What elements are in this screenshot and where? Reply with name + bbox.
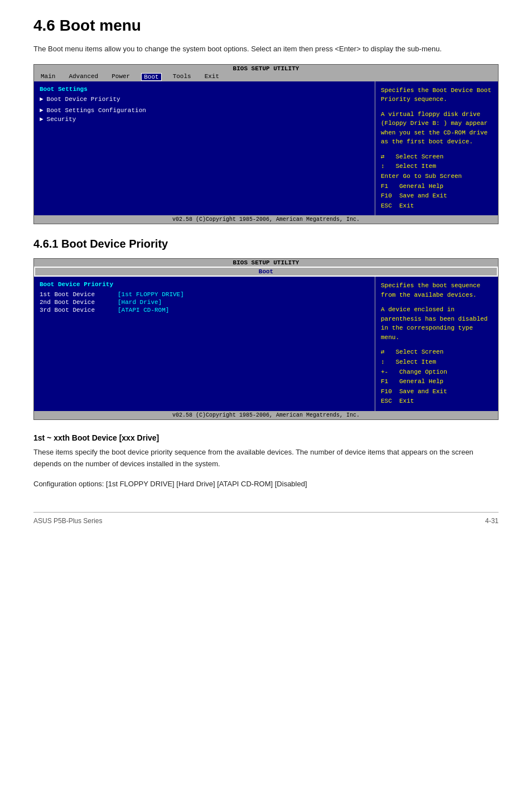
bios-help-text-1b: A virtual floppy disk drive (Floppy Driv…	[381, 110, 492, 147]
bios-section-header-1: Boot Settings	[40, 86, 369, 93]
bios-section-header-2: Boot Device Priority	[40, 281, 369, 288]
bios-menu-item-boot-device-priority[interactable]: ► Boot Device Priority	[40, 96, 369, 103]
menu-label-boot-device-priority: Boot Device Priority	[47, 96, 120, 103]
device-label-2: 2nd Boot Device	[40, 299, 118, 306]
key-row: ESC Exit	[381, 201, 492, 211]
menu-label-security: Security	[47, 116, 76, 123]
key-row: F1 General Help	[381, 377, 492, 387]
page-footer: ASUS P5B-Plus Series 4-31	[33, 512, 499, 525]
key-row: F10 Save and Exit	[381, 191, 492, 201]
bios-screen-1: BIOS SETUP UTILITY Main Advanced Power B…	[33, 64, 499, 225]
bios-nav-advanced[interactable]: Advanced	[66, 73, 100, 81]
config-options-text: Configuration options: [1st FLOPPY DRIVE…	[33, 479, 499, 490]
key-row: ↕ Select Item	[381, 357, 492, 368]
boot-device-row-3[interactable]: 3rd Boot Device [ATAPI CD-ROM]	[40, 307, 369, 313]
bios-screen-2-nav-label: Boot	[259, 268, 273, 275]
device-value-2: [Hard Drive]	[118, 299, 162, 306]
bios-nav-power[interactable]: Power	[109, 73, 132, 81]
device-value-1: [1st FLOPPY DRIVE]	[118, 291, 184, 298]
bios-help-text-1a: Specifies the Boot Device Boot Priority …	[381, 86, 492, 104]
bios-menu-item-boot-settings-config[interactable]: ► Boot Settings Configuration	[40, 107, 369, 114]
bios-nav-bar-1: Main Advanced Power Boot Tools Exit	[34, 73, 498, 81]
bios-right-panel-2: Specifies the boot sequence from the ava…	[375, 277, 498, 411]
subsection-title-1: 4.6.1 Boot Device Priority	[33, 238, 499, 250]
device-label-3: 3rd Boot Device	[40, 307, 118, 313]
key-row: +- Change Option	[381, 368, 492, 378]
menu-label-boot-settings-config: Boot Settings Configuration	[47, 107, 146, 114]
bios-screen-2: BIOS SETUP UTILITY Boot Boot Device Prio…	[33, 258, 499, 420]
bios-body-2: Boot Device Priority 1st Boot Device [1s…	[34, 277, 498, 411]
footer-left: ASUS P5B-Plus Series	[33, 517, 102, 525]
bios-nav-exit[interactable]: Exit	[202, 73, 221, 81]
bios-footer-1: v02.58 (C)Copyright 1985-2006, American …	[34, 215, 498, 224]
bios-nav-tools[interactable]: Tools	[171, 73, 194, 81]
key-row: ↕ Select Item	[381, 162, 492, 172]
main-section-title: 4.6 Boot menu	[33, 17, 499, 35]
bios-nav-main[interactable]: Main	[38, 73, 57, 81]
device-value-3: [ATAPI CD-ROM]	[118, 307, 169, 313]
item-title-1st-xxth: 1st ~ xxth Boot Device [xxx Drive]	[33, 433, 499, 442]
bios-help-text-2a: Specifies the boot sequence from the ava…	[381, 281, 492, 299]
key-row: ⇄ Select Screen	[381, 347, 492, 357]
bios-left-panel-2: Boot Device Priority 1st Boot Device [1s…	[34, 277, 375, 411]
bios-nav-boot-active[interactable]: Boot	[141, 73, 161, 81]
key-row: F10 Save and Exit	[381, 387, 492, 397]
footer-right: 4-31	[485, 517, 499, 525]
bios-key-help-2: ⇄ Select Screen ↕ Select Item +- Change …	[381, 347, 492, 407]
key-row: Enter Go to Sub Screen	[381, 172, 492, 182]
bios-help-text-2b: A device enclosed in parenthesis has bee…	[381, 305, 492, 342]
bios-body-1: Boot Settings ► Boot Device Priority ► B…	[34, 81, 498, 216]
bios-key-help-1: ⇄ Select Screen ↕ Select Item Enter Go t…	[381, 152, 492, 211]
boot-device-row-2[interactable]: 2nd Boot Device [Hard Drive]	[40, 299, 369, 306]
key-row: ⇄ Select Screen	[381, 152, 492, 162]
device-label-1: 1st Boot Device	[40, 291, 118, 298]
intro-paragraph: The Boot menu items allow you to change …	[33, 44, 499, 55]
key-row: F1 General Help	[381, 182, 492, 192]
bios-menu-item-security[interactable]: ► Security	[40, 116, 369, 123]
arrow-icon-2: ►	[40, 107, 43, 114]
bios-footer-2: v02.58 (C)Copyright 1985-2006, American …	[34, 411, 498, 419]
boot-device-row-1[interactable]: 1st Boot Device [1st FLOPPY DRIVE]	[40, 291, 369, 298]
arrow-icon-1: ►	[40, 96, 43, 103]
key-row: ESC Exit	[381, 397, 492, 407]
bios-title-bar-2: BIOS SETUP UTILITY	[34, 259, 498, 267]
bios-title-bar-1: BIOS SETUP UTILITY	[34, 65, 498, 73]
item-body-text: These items specify the boot device prio…	[33, 447, 499, 470]
bios-right-panel-1: Specifies the Boot Device Boot Priority …	[375, 81, 498, 216]
bios-left-panel-1: Boot Settings ► Boot Device Priority ► B…	[34, 81, 375, 216]
arrow-icon-3: ►	[40, 116, 43, 123]
